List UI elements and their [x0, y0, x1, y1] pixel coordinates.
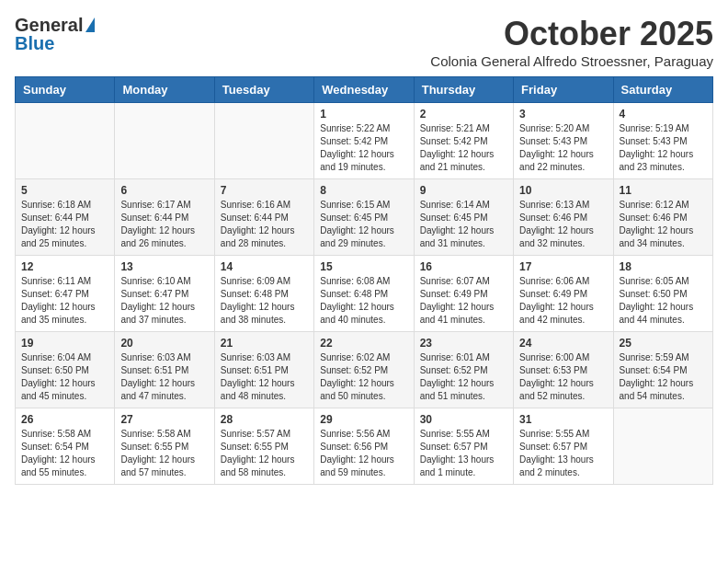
day-number: 5 — [21, 184, 108, 197]
empty-day-cell — [613, 408, 712, 485]
weekday-header-friday: Friday — [514, 77, 613, 103]
calendar-day-18: 18Sunrise: 6:05 AMSunset: 6:50 PMDayligh… — [613, 256, 712, 332]
calendar-day-3: 3Sunrise: 5:20 AMSunset: 5:43 PMDaylight… — [514, 103, 613, 179]
weekday-header-tuesday: Tuesday — [214, 77, 313, 103]
day-number: 26 — [21, 413, 108, 426]
calendar-day-10: 10Sunrise: 6:13 AMSunset: 6:46 PMDayligh… — [514, 179, 613, 256]
logo-general-text: General — [15, 15, 83, 35]
day-info: Sunrise: 6:07 AMSunset: 6:49 PMDaylight:… — [420, 275, 507, 327]
calendar-day-29: 29Sunrise: 5:56 AMSunset: 6:56 PMDayligh… — [314, 408, 414, 485]
calendar-day-6: 6Sunrise: 6:17 AMSunset: 6:44 PMDaylight… — [115, 179, 214, 256]
calendar-day-5: 5Sunrise: 6:18 AMSunset: 6:44 PMDaylight… — [16, 179, 115, 256]
calendar-day-23: 23Sunrise: 6:01 AMSunset: 6:52 PMDayligh… — [414, 332, 513, 408]
day-number: 25 — [620, 337, 707, 350]
day-number: 11 — [620, 184, 707, 197]
day-info: Sunrise: 5:19 AMSunset: 5:43 PMDaylight:… — [620, 122, 707, 174]
day-info: Sunrise: 5:55 AMSunset: 6:57 PMDaylight:… — [420, 428, 507, 479]
day-number: 27 — [120, 413, 208, 426]
title-section: October 2025 Colonia General Alfredo Str… — [430, 15, 713, 69]
calendar-day-30: 30Sunrise: 5:55 AMSunset: 6:57 PMDayligh… — [414, 408, 513, 485]
page-header: General Blue October 2025 Colonia Genera… — [15, 15, 713, 69]
day-info: Sunrise: 6:14 AMSunset: 6:45 PMDaylight:… — [420, 199, 507, 250]
location-subtitle: Colonia General Alfredo Stroessner, Para… — [430, 53, 713, 69]
calendar-week-row: 19Sunrise: 6:04 AMSunset: 6:50 PMDayligh… — [16, 332, 713, 408]
weekday-header-sunday: Sunday — [16, 77, 115, 103]
day-info: Sunrise: 6:00 AMSunset: 6:53 PMDaylight:… — [519, 351, 607, 403]
weekday-header-row: SundayMondayTuesdayWednesdayThursdayFrid… — [16, 77, 713, 103]
day-info: Sunrise: 5:58 AMSunset: 6:54 PMDaylight:… — [21, 428, 108, 479]
day-info: Sunrise: 5:57 AMSunset: 6:55 PMDaylight:… — [221, 428, 308, 479]
day-info: Sunrise: 6:04 AMSunset: 6:50 PMDaylight:… — [21, 351, 108, 403]
calendar-day-20: 20Sunrise: 6:03 AMSunset: 6:51 PMDayligh… — [115, 332, 214, 408]
weekday-header-wednesday: Wednesday — [314, 77, 414, 103]
weekday-header-saturday: Saturday — [613, 77, 712, 103]
weekday-header-thursday: Thursday — [414, 77, 513, 103]
empty-day-cell — [16, 103, 115, 179]
calendar-day-11: 11Sunrise: 6:12 AMSunset: 6:46 PMDayligh… — [613, 179, 712, 256]
day-info: Sunrise: 6:16 AMSunset: 6:44 PMDaylight:… — [221, 199, 308, 250]
calendar-day-28: 28Sunrise: 5:57 AMSunset: 6:55 PMDayligh… — [214, 408, 313, 485]
day-number: 6 — [120, 184, 208, 197]
calendar-week-row: 12Sunrise: 6:11 AMSunset: 6:47 PMDayligh… — [16, 256, 713, 332]
day-info: Sunrise: 6:03 AMSunset: 6:51 PMDaylight:… — [120, 351, 208, 403]
calendar-day-26: 26Sunrise: 5:58 AMSunset: 6:54 PMDayligh… — [16, 408, 115, 485]
calendar-day-12: 12Sunrise: 6:11 AMSunset: 6:47 PMDayligh… — [16, 256, 115, 332]
day-info: Sunrise: 5:58 AMSunset: 6:55 PMDaylight:… — [120, 428, 208, 479]
day-number: 2 — [420, 108, 507, 121]
day-info: Sunrise: 6:09 AMSunset: 6:48 PMDaylight:… — [221, 275, 308, 327]
day-info: Sunrise: 6:05 AMSunset: 6:50 PMDaylight:… — [620, 275, 707, 327]
day-info: Sunrise: 6:18 AMSunset: 6:44 PMDaylight:… — [21, 199, 108, 250]
day-number: 29 — [320, 413, 407, 426]
day-info: Sunrise: 5:20 AMSunset: 5:43 PMDaylight:… — [519, 122, 607, 174]
logo-triangle-icon — [85, 17, 95, 32]
day-info: Sunrise: 5:56 AMSunset: 6:56 PMDaylight:… — [320, 428, 407, 479]
calendar-day-1: 1Sunrise: 5:22 AMSunset: 5:42 PMDaylight… — [314, 103, 414, 179]
day-info: Sunrise: 6:15 AMSunset: 6:45 PMDaylight:… — [320, 199, 407, 250]
day-info: Sunrise: 6:01 AMSunset: 6:52 PMDaylight:… — [420, 351, 507, 403]
calendar-day-9: 9Sunrise: 6:14 AMSunset: 6:45 PMDaylight… — [414, 179, 513, 256]
logo: General Blue — [15, 15, 95, 53]
calendar-day-16: 16Sunrise: 6:07 AMSunset: 6:49 PMDayligh… — [414, 256, 513, 332]
day-number: 24 — [519, 337, 607, 350]
calendar-day-13: 13Sunrise: 6:10 AMSunset: 6:47 PMDayligh… — [115, 256, 214, 332]
calendar-day-14: 14Sunrise: 6:09 AMSunset: 6:48 PMDayligh… — [214, 256, 313, 332]
day-number: 17 — [519, 260, 607, 273]
logo-blue-text: Blue — [15, 33, 54, 53]
day-info: Sunrise: 6:02 AMSunset: 6:52 PMDaylight:… — [320, 351, 407, 403]
day-info: Sunrise: 5:21 AMSunset: 5:42 PMDaylight:… — [420, 122, 507, 174]
month-title: October 2025 — [430, 15, 713, 53]
calendar-table: SundayMondayTuesdayWednesdayThursdayFrid… — [15, 76, 713, 485]
day-number: 9 — [420, 184, 507, 197]
calendar-day-4: 4Sunrise: 5:19 AMSunset: 5:43 PMDaylight… — [613, 103, 712, 179]
day-number: 13 — [120, 260, 208, 273]
day-info: Sunrise: 6:08 AMSunset: 6:48 PMDaylight:… — [320, 275, 407, 327]
day-number: 16 — [420, 260, 507, 273]
day-info: Sunrise: 6:13 AMSunset: 6:46 PMDaylight:… — [519, 199, 607, 250]
calendar-day-7: 7Sunrise: 6:16 AMSunset: 6:44 PMDaylight… — [214, 179, 313, 256]
day-info: Sunrise: 6:12 AMSunset: 6:46 PMDaylight:… — [620, 199, 707, 250]
calendar-day-31: 31Sunrise: 5:55 AMSunset: 6:57 PMDayligh… — [514, 408, 613, 485]
day-number: 10 — [519, 184, 607, 197]
day-info: Sunrise: 6:17 AMSunset: 6:44 PMDaylight:… — [120, 199, 208, 250]
day-number: 1 — [320, 108, 407, 121]
day-info: Sunrise: 6:10 AMSunset: 6:47 PMDaylight:… — [120, 275, 208, 327]
empty-day-cell — [115, 103, 214, 179]
day-info: Sunrise: 6:11 AMSunset: 6:47 PMDaylight:… — [21, 275, 108, 327]
day-number: 12 — [21, 260, 108, 273]
calendar-day-8: 8Sunrise: 6:15 AMSunset: 6:45 PMDaylight… — [314, 179, 414, 256]
day-number: 18 — [620, 260, 707, 273]
day-number: 15 — [320, 260, 407, 273]
empty-day-cell — [214, 103, 313, 179]
day-number: 22 — [320, 337, 407, 350]
calendar-day-25: 25Sunrise: 5:59 AMSunset: 6:54 PMDayligh… — [613, 332, 712, 408]
day-number: 8 — [320, 184, 407, 197]
calendar-day-21: 21Sunrise: 6:03 AMSunset: 6:51 PMDayligh… — [214, 332, 313, 408]
calendar-day-2: 2Sunrise: 5:21 AMSunset: 5:42 PMDaylight… — [414, 103, 513, 179]
day-number: 7 — [221, 184, 308, 197]
calendar-week-row: 5Sunrise: 6:18 AMSunset: 6:44 PMDaylight… — [16, 179, 713, 256]
day-number: 31 — [519, 413, 607, 426]
calendar-day-24: 24Sunrise: 6:00 AMSunset: 6:53 PMDayligh… — [514, 332, 613, 408]
calendar-day-19: 19Sunrise: 6:04 AMSunset: 6:50 PMDayligh… — [16, 332, 115, 408]
day-number: 19 — [21, 337, 108, 350]
day-number: 4 — [620, 108, 707, 121]
